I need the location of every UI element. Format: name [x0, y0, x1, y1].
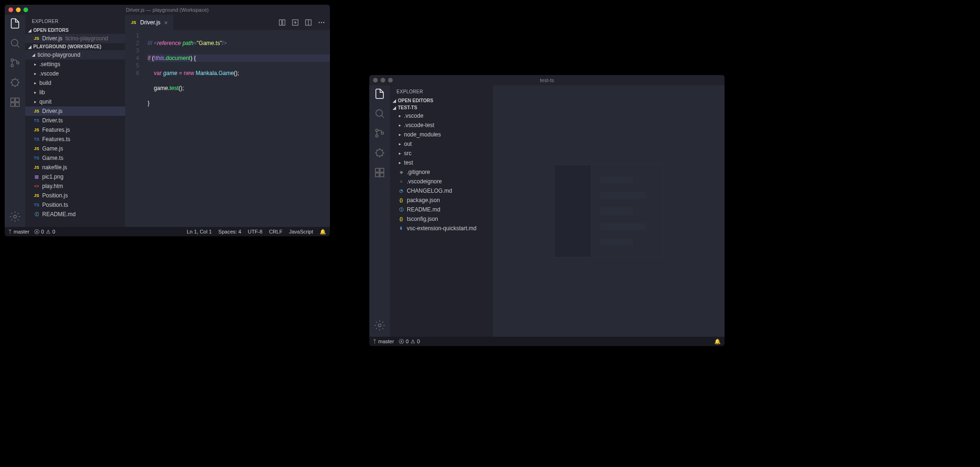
js-file-icon: JS [33, 109, 40, 113]
file-row[interactable]: JSGame.js [25, 144, 125, 153]
close-window-dot[interactable] [373, 78, 378, 83]
extensions-icon[interactable] [374, 167, 385, 178]
diff-icon[interactable] [278, 19, 286, 26]
encoding-indicator[interactable]: UTF-8 [248, 229, 262, 234]
split-add-icon[interactable] [292, 19, 299, 26]
workspace-header[interactable]: ◢TEST-TS [390, 104, 493, 111]
file-row[interactable]: ≡.vscodeignore [390, 177, 493, 186]
file-row[interactable]: TSDriver.ts [25, 116, 125, 125]
svg-rect-24 [375, 173, 379, 177]
svg-rect-7 [11, 103, 15, 106]
chevron-right-icon: ▸ [397, 132, 402, 137]
activity-bar [5, 15, 25, 227]
file-row[interactable]: ⓘREADME.md [390, 205, 493, 214]
warning-icon: ⚠ [46, 229, 51, 235]
svg-point-16 [323, 22, 324, 23]
language-indicator[interactable]: JavaScript [289, 229, 313, 234]
svg-point-9 [14, 215, 16, 218]
folder-row[interactable]: ▸.vscode-test [390, 121, 493, 130]
svg-point-18 [376, 129, 378, 132]
files-icon[interactable] [374, 88, 385, 99]
file-row[interactable]: JSPosition.js [25, 191, 125, 200]
chevron-right-icon: ▸ [33, 71, 37, 76]
folder-row[interactable]: ▸.settings [25, 60, 125, 69]
chevron-right-icon: ▸ [33, 81, 37, 85]
chevron-right-icon: ▸ [397, 142, 402, 146]
chevron-right-icon: ▸ [33, 90, 37, 95]
errors-indicator[interactable]: ⓧ0⚠0 [399, 338, 420, 345]
file-row[interactable]: JSFeatures.js [25, 125, 125, 135]
file-row[interactable]: TSFeatures.ts [25, 135, 125, 144]
folder-row[interactable]: ▸node_modules [390, 130, 493, 139]
branch-indicator[interactable]: ᛉmaster [8, 229, 30, 234]
minimize-window-dot[interactable] [16, 8, 21, 12]
editor-area: JS Driver.js × 123456 /// <reference pat… [125, 15, 330, 227]
folder-row[interactable]: ▸build [25, 78, 125, 88]
bell-icon[interactable]: 🔔 [714, 339, 721, 345]
eol-indicator[interactable]: CRLF [269, 229, 283, 234]
file-row[interactable]: ⬇vsc-extension-quickstart.md [390, 224, 493, 233]
json-file-icon: {} [397, 217, 405, 221]
split-editor-icon[interactable] [305, 19, 312, 26]
close-tab-icon[interactable]: × [163, 19, 169, 26]
file-row[interactable]: JSDriver.js [25, 106, 125, 116]
status-bar: ᛉmaster ⓧ0⚠0 Ln 1, Col 1 Spaces: 4 UTF-8… [5, 227, 330, 236]
file-row[interactable]: ◔CHANGELOG.md [390, 186, 493, 196]
zoom-window-dot[interactable] [23, 8, 28, 12]
more-icon[interactable] [318, 19, 325, 26]
file-row[interactable]: TSGame.ts [25, 153, 125, 163]
svg-point-0 [11, 39, 18, 46]
file-row[interactable]: <>play.htm [25, 181, 125, 191]
file-row[interactable]: TSPosition.ts [25, 200, 125, 210]
gear-icon[interactable] [374, 320, 385, 331]
js-file-icon: JS [130, 20, 137, 25]
folder-row[interactable]: ▸qunit [25, 97, 125, 106]
debug-icon[interactable] [9, 77, 21, 88]
zoom-window-dot[interactable] [388, 78, 393, 83]
branch-indicator[interactable]: ᛉmaster [373, 339, 394, 344]
error-icon: ⓧ [399, 338, 404, 345]
svg-point-19 [376, 135, 378, 137]
git-icon[interactable] [374, 128, 385, 139]
folder-row[interactable]: ◢ticino-playground [25, 50, 125, 60]
open-editors-header[interactable]: ◢OPEN EDITORS [390, 97, 493, 104]
chevron-down-icon: ◢ [27, 28, 32, 33]
git-file-icon: ◈ [397, 170, 405, 174]
gear-icon[interactable] [9, 211, 21, 222]
svg-point-14 [319, 22, 320, 23]
workspace-header[interactable]: ◢PLAYGROUND (WORKSPACE) [25, 43, 125, 50]
svg-rect-5 [11, 98, 15, 102]
search-icon[interactable] [374, 108, 385, 119]
chevron-right-icon: ▸ [33, 62, 37, 67]
code-content[interactable]: /// <reference path="Game.ts"/> if (!thi… [144, 30, 330, 227]
git-icon[interactable] [9, 57, 21, 68]
open-editor-item[interactable]: JS Driver.js ticino-playground [25, 34, 125, 43]
errors-indicator[interactable]: ⓧ0⚠0 [34, 228, 55, 235]
file-row[interactable]: {}package.json [390, 196, 493, 205]
file-row[interactable]: ▧pic1.png [25, 172, 125, 181]
file-row[interactable]: JSnakefile.js [25, 163, 125, 172]
indent-indicator[interactable]: Spaces: 4 [218, 229, 241, 234]
extensions-icon[interactable] [9, 97, 21, 108]
files-icon[interactable] [9, 18, 21, 29]
bell-icon[interactable]: 🔔 [320, 229, 326, 235]
folder-row[interactable]: ▸src [390, 149, 493, 158]
close-window-dot[interactable] [8, 8, 13, 12]
open-editors-header[interactable]: ◢OPEN EDITORS [25, 27, 125, 34]
folder-row[interactable]: ▸test [390, 158, 493, 167]
search-icon[interactable] [9, 38, 21, 49]
folder-row[interactable]: ▸out [390, 139, 493, 149]
cursor-position[interactable]: Ln 1, Col 1 [187, 229, 212, 234]
file-row[interactable]: ⓘREADME.md [25, 210, 125, 219]
code-editor[interactable]: 123456 /// <reference path="Game.ts"/> i… [125, 30, 330, 227]
debug-icon[interactable] [374, 147, 385, 158]
folder-row[interactable]: ▸.vscode [25, 69, 125, 78]
minimize-window-dot[interactable] [381, 78, 385, 83]
folder-row[interactable]: ▸.vscode [390, 111, 493, 121]
folder-row[interactable]: ▸lib [25, 88, 125, 97]
file-row[interactable]: {}tsconfig.json [390, 214, 493, 224]
tab-driver-js[interactable]: JS Driver.js × [125, 15, 173, 30]
file-row[interactable]: ◈.gitignore [390, 167, 493, 177]
js-file-icon: JS [33, 36, 40, 41]
chevron-down-icon: ◢ [392, 98, 396, 103]
